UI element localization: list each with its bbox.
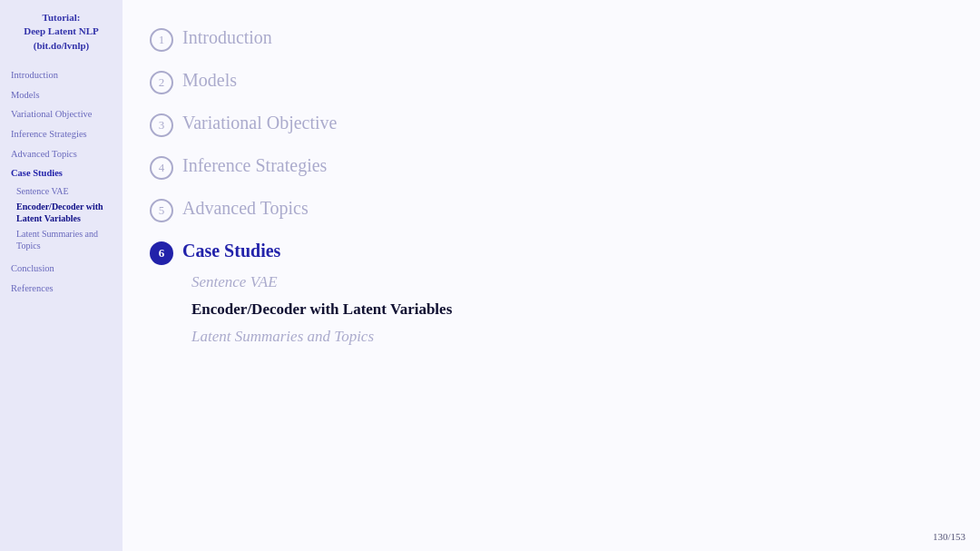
sidebar-item-models[interactable]: Models bbox=[9, 85, 113, 105]
toc-label-introduction: Introduction bbox=[182, 27, 272, 48]
sidebar-sub-enc-dec[interactable]: Encoder/Decoder with Latent Variables bbox=[9, 199, 113, 226]
toc-item-models[interactable]: 2 Models bbox=[150, 61, 944, 103]
sidebar-item-conclusion[interactable]: Conclusion bbox=[9, 259, 113, 279]
toc-item-adv-topics[interactable]: 5 Advanced Topics bbox=[150, 189, 944, 231]
sidebar-item-references[interactable]: References bbox=[9, 279, 113, 299]
main-content: 1 Introduction 2 Models 3 Variational Ob… bbox=[122, 0, 980, 551]
sidebar-sub-lat-sum[interactable]: Latent Summaries and Topics bbox=[9, 226, 113, 253]
toc-item-var-obj[interactable]: 3 Variational Objective bbox=[150, 103, 944, 146]
toc-number-5: 5 bbox=[150, 199, 173, 222]
toc-label-case-studies: Case Studies bbox=[182, 241, 280, 261]
toc-item-case-studies[interactable]: 6 Case Studies bbox=[150, 231, 944, 274]
toc-item-introduction[interactable]: 1 Introduction bbox=[150, 18, 944, 61]
toc-item-inf-strat[interactable]: 4 Inference Strategies bbox=[150, 146, 944, 189]
sidebar: Tutorial: Deep Latent NLP (bit.do/lvnlp)… bbox=[0, 0, 122, 551]
toc-sub-sentence-vae[interactable]: Sentence VAE bbox=[191, 271, 944, 294]
toc-sub-lat-sum[interactable]: Latent Summaries and Topics bbox=[191, 325, 944, 349]
page-number: 130/153 bbox=[933, 531, 965, 542]
toc-number-4: 4 bbox=[150, 156, 173, 180]
toc-sub-enc-dec[interactable]: Encoder/Decoder with Latent Variables bbox=[191, 298, 944, 321]
toc-label-var-obj: Variational Objective bbox=[182, 113, 338, 133]
toc-number-3: 3 bbox=[150, 113, 173, 137]
sidebar-item-intro[interactable]: Introduction bbox=[9, 65, 113, 85]
sidebar-item-case-studies[interactable]: Case Studies bbox=[9, 163, 113, 183]
sidebar-item-var-obj[interactable]: Variational Objective bbox=[9, 104, 113, 124]
toc-label-inf-strat: Inference Strategies bbox=[182, 155, 327, 176]
sidebar-item-adv-topics[interactable]: Advanced Topics bbox=[9, 144, 113, 164]
toc-number-1: 1 bbox=[150, 28, 173, 52]
toc-number-2: 2 bbox=[150, 71, 173, 94]
sidebar-item-inf-strat[interactable]: Inference Strategies bbox=[9, 124, 113, 144]
toc-label-adv-topics: Advanced Topics bbox=[182, 198, 309, 219]
toc-sub-section: Sentence VAE Encoder/Decoder with Latent… bbox=[150, 271, 944, 354]
sidebar-sub-sentence-vae[interactable]: Sentence VAE bbox=[9, 183, 113, 199]
sidebar-title: Tutorial: Deep Latent NLP (bit.do/lvnlp) bbox=[9, 11, 113, 53]
toc-number-6: 6 bbox=[150, 241, 173, 265]
toc-label-models: Models bbox=[182, 70, 237, 91]
